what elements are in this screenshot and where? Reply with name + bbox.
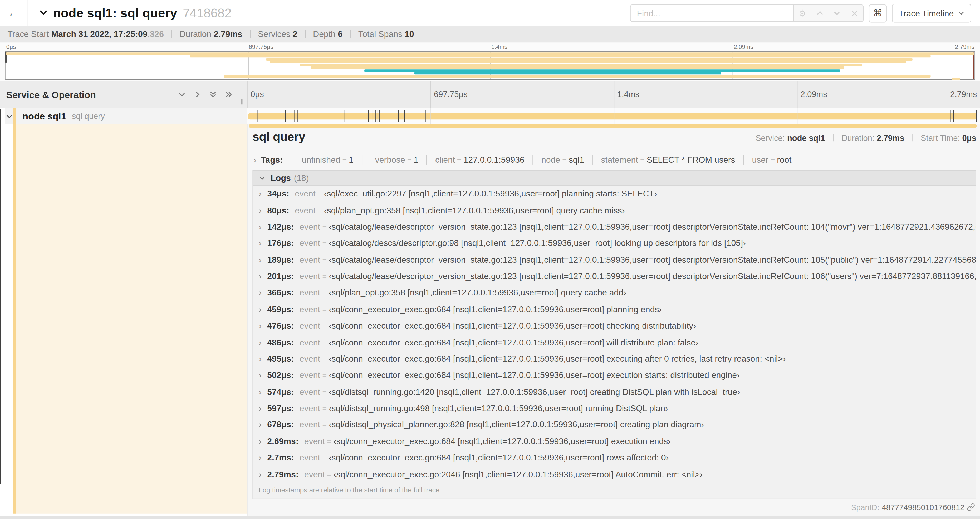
left-scrollbar[interactable] [0,109,1,484]
log-entry[interactable]: ›34μs:event = ‹sql/exec_util.go:2297 [ns… [253,186,976,203]
keyboard-shortcuts-button[interactable]: ⌘ [869,4,887,22]
tag-item[interactable]: client = 127.0.0.1:59936 [427,155,533,164]
log-entry[interactable]: ›2.69ms:event = ‹sql/conn_executor_exec.… [253,433,976,450]
span-duration-bar[interactable] [248,113,977,120]
stats-divider [350,30,351,38]
log-timestamp: 2.79ms: [267,469,299,479]
log-entry[interactable]: ›189μs:event = ‹sql/catalog/lease/descri… [253,252,976,268]
link-icon[interactable] [967,503,975,511]
log-entry[interactable]: ›597μs:event = ‹sql/distsql_running.go:4… [253,400,976,417]
tag-value: SELECT * FROM users [647,155,735,164]
stats-divider [305,30,305,38]
trace-minimap: 0μs697.75μs1.4ms2.09ms2.79ms [0,43,980,81]
chevron-right-icon: › [259,239,262,248]
timeline-collapse-controls [178,81,233,108]
clear-search-icon[interactable] [848,10,861,17]
log-entry[interactable]: ›574μs:event = ‹sql/distsql_running.go:1… [253,384,976,400]
ruler-tick-label: 697.75μs [434,89,468,99]
log-entry[interactable]: ›678μs:event = ‹sql/distsql_physical_pla… [253,417,976,434]
log-field-value: ‹sql/distsql_physical_planner.go:828 [ns… [329,420,704,430]
column-resizer-grip[interactable] [241,99,246,104]
log-marker [298,110,298,122]
minimap-left-scrubber[interactable] [6,52,6,79]
log-entry[interactable]: ›201μs:event = ‹sql/catalog/lease/descri… [253,268,976,285]
trace-id: 7418682 [183,6,232,21]
log-marker [372,110,373,122]
back-button[interactable]: ← [0,0,27,26]
log-field-value: ‹sql/conn_executor_exec.go:684 [nsql1,cl… [329,453,668,463]
tag-key: _verbose [371,155,405,164]
log-field-name: event [304,469,325,479]
chevron-right-icon: › [259,189,262,199]
log-field-value: ‹sql/catalog/lease/descriptor_version_st… [329,255,975,265]
span-row-name-cell[interactable]: node sql1 sql query [0,108,247,124]
log-entry[interactable]: ›142μs:event = ‹sql/catalog/lease/descri… [253,219,976,235]
log-marker [398,110,399,122]
log-field-value: ‹sql/catalog/lease/descriptor_version_st… [329,222,975,232]
find-group [630,5,864,22]
log-marker [404,110,405,122]
equals-sign: = [320,454,329,462]
minimap-right-scrubber[interactable] [973,52,974,79]
search-input[interactable] [630,5,794,22]
logs-label: Logs [270,173,291,183]
tag-item[interactable]: user = root [744,155,800,164]
stat-label: Services [258,30,293,39]
ruler-tick-label: 1.4ms [490,43,508,50]
expand-one-icon[interactable] [193,90,202,99]
span-title: sql query [252,130,305,144]
prev-result-icon[interactable] [813,10,827,17]
ruler-tick: 2.09ms [797,81,797,108]
tag-item[interactable]: statement = SELECT * FROM users [593,155,744,164]
ruler-tick-label: 0μs [251,89,264,99]
log-entry[interactable]: ›2.7ms:event = ‹sql/conn_executor_exec.g… [253,450,976,466]
log-marker [257,110,258,122]
expand-all-icon[interactable] [224,90,233,99]
log-entry[interactable]: ›2.79ms:event = ‹sql/conn_executor_exec.… [253,466,976,483]
next-result-icon[interactable] [830,10,844,17]
collapse-all-icon[interactable] [208,90,217,99]
view-selector-button[interactable]: Trace Timeline [892,4,971,22]
log-timestamp: 201μs: [267,271,294,281]
ruler-tick: 1.4ms [490,43,508,50]
log-field-name: event [295,189,315,199]
minimap-span [224,75,931,77]
stat-value: 6 [338,30,342,39]
tag-item[interactable]: node = sql1 [533,155,593,164]
log-entry[interactable]: ›80μs:event = ‹sql/plan_opt.go:358 [nsql… [253,202,976,219]
tags-accordion[interactable]: › Tags: _unfinished = 1_verbose = 1clien… [252,155,976,164]
chevron-right-icon: › [259,469,262,479]
log-field-name: event [299,255,320,265]
span-collapse-chevron[interactable] [6,112,13,120]
stats-divider [171,30,172,38]
minimap-span [414,72,722,74]
tag-item[interactable]: _verbose = 1 [362,155,427,164]
ruler-tick: 0μs [5,43,16,50]
span-id-label: SpanID: [851,503,879,512]
ruler-tick: 697.75μs [430,81,431,108]
collapse-one-icon[interactable] [178,90,186,99]
tag-item[interactable]: _unfinished = 1 [289,155,362,164]
log-entry[interactable]: ›476μs:event = ‹sql/conn_executor_exec.g… [253,318,976,334]
log-entry[interactable]: ›486μs:event = ‹sql/conn_executor_exec.g… [253,334,976,351]
log-entry[interactable]: ›502μs:event = ‹sql/conn_executor_exec.g… [253,367,976,384]
logs-header[interactable]: Logs (18) [253,171,976,186]
log-field-name: event [304,437,325,446]
log-field-value: ‹sql/conn_executor_exec.go:684 [nsql1,cl… [329,305,662,314]
log-entry[interactable]: ›176μs:event = ‹sql/catalog/descs/descri… [253,235,976,252]
log-timestamp: 597μs: [267,404,294,413]
service-color-stripe [13,124,16,514]
log-field-name: event [299,354,320,364]
locate-icon[interactable] [795,9,809,17]
log-entry[interactable]: ›366μs:event = ‹sql/plan_opt.go:358 [nsq… [253,285,976,302]
log-entry[interactable]: ›495μs:event = ‹sql/conn_executor_exec.g… [253,351,976,367]
log-entry[interactable]: ›459μs:event = ‹sql/conn_executor_exec.g… [253,302,976,318]
trace-collapse-chevron[interactable] [39,7,48,19]
timeline-ruler[interactable]: 0μs697.75μs1.4ms2.09ms2.79ms [247,81,980,108]
logs-accordion: Logs (18) ›34μs:event = ‹sql/exec_util.g… [252,170,976,499]
minimap-canvas[interactable] [5,51,975,80]
expanded-span-bar[interactable] [249,125,977,128]
log-field-name: event [299,387,320,397]
ruler-tick-label: 697.75μs [247,43,273,50]
chevron-right-icon: › [259,206,262,215]
